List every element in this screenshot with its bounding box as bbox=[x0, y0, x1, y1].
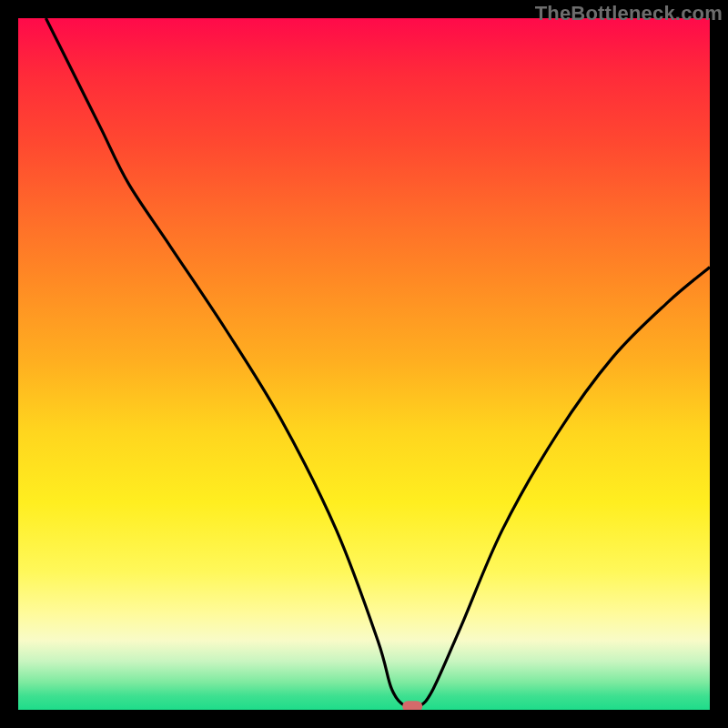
watermark-text: TheBottleneck.com bbox=[535, 2, 723, 25]
bottleneck-curve bbox=[46, 18, 710, 709]
minimum-marker bbox=[402, 701, 422, 710]
chart-frame: TheBottleneck.com bbox=[0, 0, 728, 728]
curve-layer bbox=[18, 18, 710, 710]
plot-area bbox=[18, 18, 710, 710]
